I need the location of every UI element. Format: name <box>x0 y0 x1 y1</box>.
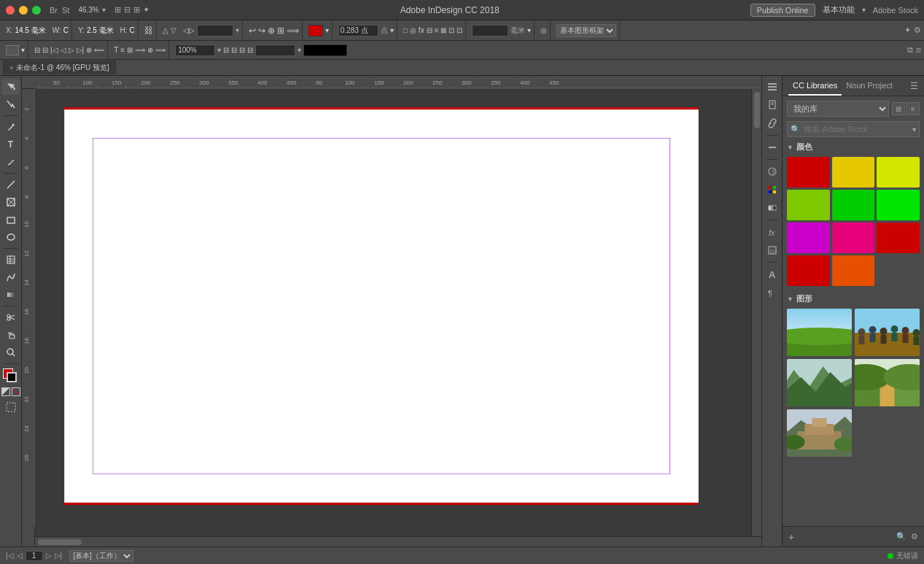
search-dropdown[interactable]: ▾ <box>912 125 916 134</box>
stroke-unit-dropdown[interactable]: ▾ <box>390 26 394 34</box>
hand-tool[interactable] <box>2 327 20 343</box>
rect-frame-tool[interactable] <box>2 194 20 210</box>
dist2-icon[interactable]: ⊡ <box>457 26 462 34</box>
stroke-fx[interactable]: fx <box>419 26 424 34</box>
grid-view-icon[interactable]: ⊞ <box>892 102 905 115</box>
angle-input[interactable] <box>197 25 233 36</box>
stroke-panel-icon[interactable] <box>764 139 780 155</box>
v-scrollbar-thumb[interactable] <box>754 92 760 128</box>
constraint-icon[interactable]: ⛓ <box>144 26 153 36</box>
scissors-tool[interactable] <box>2 309 20 325</box>
angle-dropdown[interactable]: ▾ <box>236 26 239 34</box>
color-swatch-5[interactable] <box>877 190 920 220</box>
color-swatch-3[interactable] <box>787 190 830 220</box>
app-menu-item[interactable]: Br <box>50 6 58 15</box>
stroke-opt1[interactable]: □ <box>403 26 408 34</box>
stroke-preview-dropdown[interactable]: ▾ <box>298 46 301 54</box>
y-value[interactable]: 2.5 毫米 <box>87 26 114 36</box>
search-row[interactable]: 🔍 ▾ <box>787 121 920 137</box>
w-value[interactable]: C <box>63 26 69 34</box>
color-swatch-1[interactable] <box>832 157 875 188</box>
flow2-icon[interactable]: ⟹ <box>155 46 166 54</box>
path-tool[interactable] <box>2 269 20 285</box>
line-tool[interactable] <box>2 177 20 193</box>
percent-dropdown[interactable]: ▾ <box>217 46 221 54</box>
nav-prev-icon[interactable]: ◁ <box>61 46 66 54</box>
pencil-tool[interactable] <box>2 154 20 170</box>
zoom-icon2[interactable]: ⊟ <box>231 46 237 54</box>
canvas-content[interactable] <box>35 89 761 546</box>
frame-select[interactable]: 基本图形框架 <box>556 24 616 37</box>
maximize-button[interactable] <box>32 6 41 15</box>
text-align-icon[interactable]: ≡ <box>120 46 125 54</box>
stroke-corner-dropdown[interactable]: ▾ <box>21 46 25 54</box>
apply-color[interactable] <box>1 387 10 396</box>
workspace-label[interactable]: 基本功能 <box>823 4 855 15</box>
zoom-icon1[interactable]: ⊟ <box>223 46 229 54</box>
direct-select-tool[interactable] <box>2 96 20 112</box>
color-swatch-9[interactable] <box>787 255 830 286</box>
cc-libraries-tab[interactable]: CC Libraries <box>788 76 842 96</box>
zoom-dropdown[interactable]: ▾ <box>102 6 106 14</box>
paste-icon[interactable]: ⧈ <box>916 45 921 55</box>
publish-button[interactable]: Publish Online <box>750 4 815 17</box>
add-item-icon[interactable]: + <box>788 531 794 543</box>
panel-search-icon[interactable]: 🔍 <box>896 532 906 541</box>
h-scrollbar-thumb[interactable] <box>38 539 82 545</box>
stroke-swatch[interactable] <box>7 372 17 382</box>
tab-close-icon[interactable]: × <box>9 64 13 72</box>
layout-icon[interactable]: ⊞ <box>114 5 121 15</box>
graphic-item-4[interactable] <box>787 409 852 457</box>
swatches-icon[interactable] <box>764 182 780 198</box>
graphics-section-header[interactable]: ▼ 图形 <box>787 293 920 304</box>
dist-icon[interactable]: ⊡ <box>449 26 454 34</box>
graphic-item-0[interactable] <box>787 309 852 356</box>
zoom-icon4[interactable]: ⊟ <box>247 46 253 54</box>
step-back-icon[interactable]: ⟸ <box>94 46 104 54</box>
table-tool[interactable] <box>2 252 20 268</box>
stroke-dropdown[interactable]: ▾ <box>325 26 329 34</box>
zoom-display[interactable]: 46.3% <box>78 6 98 14</box>
next-page-btn[interactable]: ▷ <box>46 552 52 560</box>
align-center-icon[interactable]: ≡ <box>435 26 439 34</box>
minimize-button[interactable] <box>19 6 28 15</box>
rect-tool[interactable] <box>2 212 20 228</box>
overprint-icon[interactable]: ⊞ <box>127 46 133 54</box>
workspace-dropdown[interactable]: ▾ <box>862 6 866 14</box>
graphic-item-1[interactable] <box>855 309 920 356</box>
stroke-color-preview[interactable] <box>303 45 347 56</box>
color-swatch-2[interactable] <box>877 157 920 188</box>
noun-project-tab[interactable]: Noun Project <box>842 76 897 96</box>
redo-icon[interactable]: ↪ <box>258 26 265 36</box>
gradient-tool[interactable] <box>2 287 20 303</box>
step-icon2[interactable]: ⟹ <box>135 46 145 54</box>
view-icon[interactable]: ⊞ <box>133 5 140 15</box>
copy-icon[interactable]: ⧉ <box>907 45 913 55</box>
color-icon[interactable] <box>764 163 780 179</box>
v-scrollbar[interactable] <box>751 89 761 536</box>
ellipse-tool[interactable] <box>2 229 20 245</box>
connect-icon[interactable]: ⊗ <box>86 46 92 54</box>
star-icon2[interactable]: ✦ <box>904 26 911 35</box>
percent-display[interactable]: 100% <box>178 46 197 54</box>
align-icon2[interactable]: ⊟ <box>42 46 48 54</box>
stroke-weight-input[interactable] <box>338 25 378 36</box>
rotate-up-icon[interactable]: △ <box>163 26 168 34</box>
page-white[interactable] <box>64 109 699 503</box>
close-button[interactable] <box>6 6 15 15</box>
align-icon1[interactable]: ⊟ <box>34 46 40 54</box>
color-swatch-4[interactable] <box>832 190 875 220</box>
content-tool-icon[interactable]: ⊕ <box>268 26 275 36</box>
graphic-item-2[interactable] <box>787 359 852 406</box>
search-stock-label[interactable]: Adobe Stock <box>873 6 918 15</box>
search-input[interactable] <box>804 125 909 134</box>
h-scrollbar[interactable] <box>35 536 761 546</box>
pen-tool[interactable] <box>2 119 20 135</box>
text-icon[interactable]: T <box>114 46 118 54</box>
arrow-step-icon[interactable]: ⟹ <box>287 26 299 36</box>
prev-page-btn[interactable]: ◁ <box>17 552 23 560</box>
view-mode-select[interactable]: [基本]（工作） <box>69 550 133 562</box>
color-swatch-6[interactable] <box>787 223 830 253</box>
stroke-opt2[interactable]: ◎ <box>410 26 416 34</box>
paragraph-icon[interactable]: ¶ <box>764 285 780 301</box>
